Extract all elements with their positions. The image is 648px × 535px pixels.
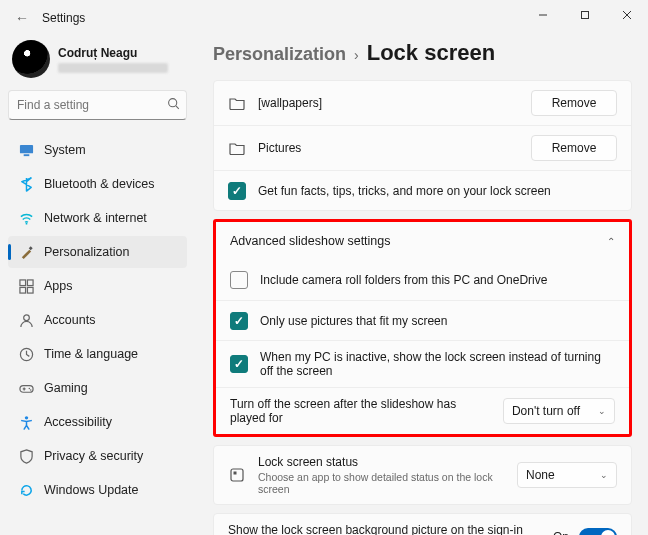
page-title: Lock screen [367, 40, 495, 66]
svg-rect-20 [231, 469, 243, 481]
breadcrumb-parent[interactable]: Personalization [213, 44, 346, 65]
accessibility-icon [18, 414, 34, 430]
advanced-section-header[interactable]: Advanced slideshow settings ⌃ [216, 222, 629, 260]
minimize-button[interactable] [522, 0, 564, 30]
gaming-icon [18, 380, 34, 396]
svg-rect-12 [19, 287, 25, 293]
user-profile[interactable]: Codruț Neagu [8, 36, 187, 90]
sidebar-item-label: Time & language [44, 347, 138, 361]
avatar [12, 40, 50, 78]
sidebar-item-accessibility[interactable]: Accessibility [8, 406, 187, 438]
update-icon [18, 482, 34, 498]
funfacts-label: Get fun facts, tips, tricks, and more on… [258, 184, 617, 198]
option-label: Include camera roll folders from this PC… [260, 273, 615, 287]
lock-status-select[interactable]: None ⌄ [517, 462, 617, 488]
sidebar-item-system[interactable]: System [8, 134, 187, 166]
svg-rect-13 [27, 287, 33, 293]
svg-point-19 [24, 416, 27, 419]
person-icon [18, 312, 34, 328]
funfacts-row[interactable]: Get fun facts, tips, tricks, and more on… [214, 170, 631, 210]
sidebar-item-accounts[interactable]: Accounts [8, 304, 187, 336]
signin-label: Show the lock screen background picture … [228, 523, 541, 535]
nav-list: SystemBluetooth & devicesNetwork & inter… [8, 134, 187, 506]
maximize-button[interactable] [564, 0, 606, 30]
chevron-down-icon: ⌄ [600, 470, 608, 480]
svg-point-18 [29, 389, 31, 391]
checkbox-checked[interactable] [228, 182, 246, 200]
search-input-wrapper[interactable] [8, 90, 187, 120]
chevron-up-icon: ⌃ [607, 236, 615, 247]
sidebar-item-label: Bluetooth & devices [44, 177, 155, 191]
paint-icon [18, 244, 34, 260]
display-icon [18, 142, 34, 158]
svg-point-8 [25, 222, 27, 224]
option-turnoff-after: Turn off the screen after the slideshow … [216, 387, 629, 434]
svg-rect-1 [582, 12, 589, 19]
folder-name: [wallpapers] [258, 96, 519, 110]
sidebar-item-label: Personalization [44, 245, 129, 259]
sidebar-item-label: Network & internet [44, 211, 147, 225]
user-name: Codruț Neagu [58, 46, 168, 60]
bluetooth-icon [18, 176, 34, 192]
checkbox-checked[interactable] [230, 312, 248, 330]
advanced-slideshow-highlight: Advanced slideshow settings ⌃ Include ca… [213, 219, 632, 437]
remove-button[interactable]: Remove [531, 135, 617, 161]
svg-point-14 [23, 314, 29, 320]
folder-name: Pictures [258, 141, 519, 155]
signin-picture-card[interactable]: Show the lock screen background picture … [213, 513, 632, 535]
select-value: Don't turn off [512, 404, 580, 418]
sidebar-item-label: Apps [44, 279, 73, 293]
option-camera-roll[interactable]: Include camera roll folders from this PC… [216, 260, 629, 300]
remove-button[interactable]: Remove [531, 90, 617, 116]
svg-rect-7 [23, 154, 29, 156]
svg-rect-21 [234, 472, 237, 475]
clock-icon [18, 346, 34, 362]
shield-icon [18, 448, 34, 464]
sidebar-item-network-internet[interactable]: Network & internet [8, 202, 187, 234]
sidebar-item-apps[interactable]: Apps [8, 270, 187, 302]
svg-rect-16 [19, 385, 32, 392]
option-inactive-lock[interactable]: When my PC is inactive, show the lock sc… [216, 340, 629, 387]
wifi-icon [18, 210, 34, 226]
search-input[interactable] [17, 98, 167, 112]
folders-card: [wallpapers] Remove Pictures Remove Get … [213, 80, 632, 211]
sidebar-item-bluetooth-devices[interactable]: Bluetooth & devices [8, 168, 187, 200]
close-button[interactable] [606, 0, 648, 30]
lock-status-card[interactable]: Lock screen status Choose an app to show… [213, 445, 632, 505]
sidebar-item-label: Accounts [44, 313, 95, 327]
svg-point-17 [28, 387, 30, 389]
svg-point-4 [169, 99, 177, 107]
breadcrumb: Personalization › Lock screen [213, 36, 632, 80]
folder-row: [wallpapers] Remove [214, 81, 631, 125]
svg-rect-11 [27, 279, 33, 285]
sidebar-item-label: Privacy & security [44, 449, 143, 463]
svg-line-5 [176, 106, 179, 109]
sidebar-item-privacy-security[interactable]: Privacy & security [8, 440, 187, 472]
turnoff-select[interactable]: Don't turn off ⌄ [503, 398, 615, 424]
sidebar-item-time-language[interactable]: Time & language [8, 338, 187, 370]
titlebar: ← Settings [0, 0, 648, 36]
sidebar-item-gaming[interactable]: Gaming [8, 372, 187, 404]
lock-status-subtitle: Choose an app to show detailed status on… [258, 471, 505, 495]
toggle-state: On [553, 530, 569, 535]
option-label: Only use pictures that fit my screen [260, 314, 615, 328]
back-button[interactable]: ← [8, 10, 36, 26]
chevron-right-icon: › [354, 47, 359, 63]
checkbox-unchecked[interactable] [230, 271, 248, 289]
folder-icon [228, 96, 246, 110]
search-icon [167, 97, 180, 113]
sidebar-item-label: Gaming [44, 381, 88, 395]
toggle-switch[interactable] [579, 528, 617, 535]
folder-icon [228, 141, 246, 155]
chevron-down-icon: ⌄ [598, 406, 606, 416]
user-email-redacted [58, 63, 168, 73]
sidebar-item-windows-update[interactable]: Windows Update [8, 474, 187, 506]
svg-rect-9 [28, 246, 32, 250]
sidebar-item-personalization[interactable]: Personalization [8, 236, 187, 268]
sidebar-item-label: Accessibility [44, 415, 112, 429]
checkbox-checked[interactable] [230, 355, 248, 373]
option-fit-screen[interactable]: Only use pictures that fit my screen [216, 300, 629, 340]
svg-rect-6 [19, 144, 32, 152]
lock-status-icon [228, 467, 246, 483]
option-label: Turn off the screen after the slideshow … [230, 397, 491, 425]
